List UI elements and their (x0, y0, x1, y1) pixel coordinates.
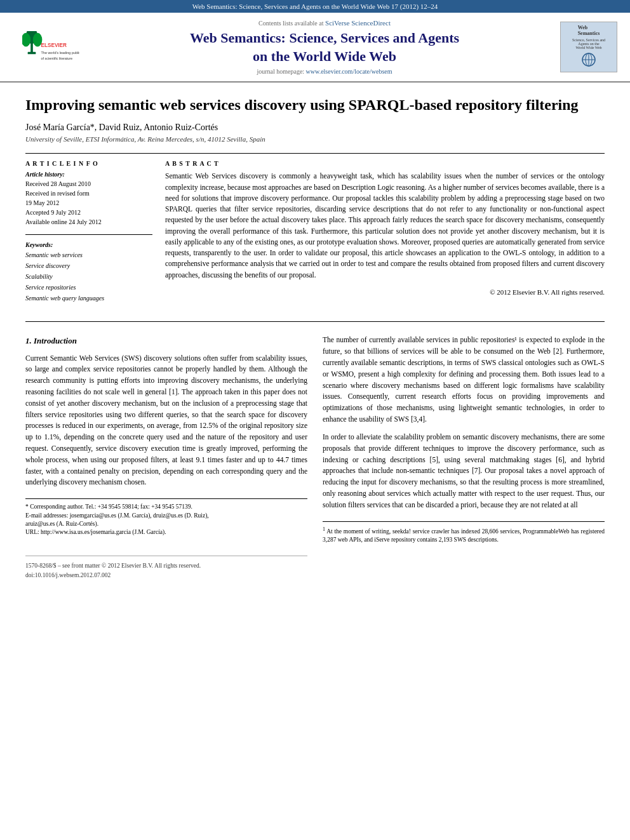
elsevier-logo: ELSEVIER The world's leading publisher o… (22, 31, 79, 63)
keywords-section: Keywords: Semantic web services Service … (25, 241, 152, 303)
keyword-1: Semantic web services (25, 250, 152, 260)
journal-top-bar: Web Semantics: Science, Services and Age… (0, 0, 630, 13)
article-info-abstract: A R T I C L E I N F O Article history: R… (25, 160, 605, 311)
received2: Received in revised form (25, 189, 152, 198)
history-label: Article history: (25, 171, 152, 178)
body-right: The number of currently available servic… (323, 335, 605, 580)
bottom-bar: 1570-8268/$ – see front matter © 2012 El… (25, 556, 307, 580)
footnote-url: URL: http://www.isa.us.es/josemaria.garc… (25, 528, 307, 537)
journal-title-line2: on the World Wide Web (253, 48, 396, 64)
paper-title: Improving semantic web services discover… (25, 95, 605, 115)
keyword-2: Service discovery (25, 260, 152, 271)
footnote-email2-text: aruiz@us.es (A. Ruiz-Cortés). (25, 521, 98, 527)
journal-title-line1: Web Semantics: Science, Services and Age… (190, 30, 459, 46)
footnote-email2: aruiz@us.es (A. Ruiz-Cortés). (25, 520, 307, 528)
svg-text:of scientific literature: of scientific literature (41, 57, 73, 60)
footnote-right-content: 1 At the moment of writing, seekda! serv… (323, 526, 605, 545)
footnote-star: * Corresponding author. Tel.: +34 9545 5… (25, 503, 307, 511)
badge-title: WebSemantics (578, 25, 600, 36)
received1: Received 28 August 2010 (25, 179, 152, 189)
journal-title: Web Semantics: Science, Services and Age… (95, 29, 554, 65)
received2-date: 19 May 2012 (25, 198, 152, 208)
footnote-star-text: * Corresponding author. Tel.: +34 9545 5… (25, 503, 192, 510)
journal-citation: Web Semantics: Science, Services and Age… (192, 3, 438, 10)
keyword-5: Semantic web query languages (25, 293, 152, 303)
intro-paragraph-right1: The number of currently available servic… (323, 335, 605, 425)
keywords-list: Semantic web services Service discovery … (25, 250, 152, 303)
intro-paragraph-right2: In order to alleviate the scalability pr… (323, 432, 605, 511)
elsevier-logo-area: ELSEVIER The world's leading publisher o… (13, 31, 89, 63)
sciverse-text: Contents lists available at (258, 20, 325, 27)
intro-paragraph-left: Current Semantic Web Services (SWS) disc… (25, 353, 307, 489)
badge-subtitle: Science, Services andAgents on theWorld … (572, 38, 605, 50)
footnote-right: 1 At the moment of writing, seekda! serv… (323, 521, 605, 545)
copyright: © 2012 Elsevier B.V. All rights reserved… (165, 288, 605, 296)
info-divider (25, 234, 152, 235)
journal-center-header: Contents lists available at SciVerse Sci… (89, 19, 560, 75)
footnote-right-text: At the moment of writing, seekda! servic… (323, 528, 605, 543)
footnote-email: E-mail addresses: josemgarcia@us.es (J.M… (25, 512, 307, 520)
journal-badge: WebSemantics Science, Services andAgents… (560, 22, 617, 72)
svg-rect-4 (28, 52, 36, 55)
doi: doi:10.1016/j.websem.2012.07.002 (25, 571, 307, 580)
sciverse-line: Contents lists available at SciVerse Sci… (95, 19, 554, 27)
badge-logo (576, 52, 601, 69)
abstract-text: Semantic Web Services discovery is commo… (165, 171, 605, 281)
keywords-label: Keywords: (25, 241, 152, 248)
abstract-section: A B S T R A C T Semantic Web Services di… (165, 160, 605, 311)
homepage-link[interactable]: www.elsevier.com/locate/websem (306, 68, 392, 75)
footnote-url-text: URL: http://www.isa.us.es/josemaria.garc… (25, 529, 166, 535)
keyword-4: Service repositories (25, 282, 152, 293)
intro-heading: 1. Introduction (25, 335, 307, 347)
affiliation: University of Seville, ETSI Informática,… (25, 135, 605, 143)
keyword-3: Scalability (25, 271, 152, 282)
title-divider (25, 153, 605, 154)
article-info-label: A R T I C L E I N F O (25, 160, 152, 167)
authors: José María García*, David Ruiz, Antonio … (25, 123, 605, 133)
footnote-number: 1 (323, 526, 325, 532)
available: Available online 24 July 2012 (25, 217, 152, 227)
accepted: Accepted 9 July 2012 (25, 208, 152, 217)
journal-header: ELSEVIER The world's leading publisher o… (0, 13, 630, 83)
sciverse-link[interactable]: SciVerse ScienceDirect (325, 19, 391, 27)
svg-text:The world's leading publisher: The world's leading publisher (41, 51, 79, 55)
body-content: 1. Introduction Current Semantic Web Ser… (25, 335, 605, 580)
homepage-text: journal homepage: (257, 68, 305, 75)
footnote-email-text: E-mail addresses: josemgarcia@us.es (J.M… (25, 512, 209, 519)
svg-text:ELSEVIER: ELSEVIER (41, 43, 67, 49)
main-content: Improving semantic web services discover… (0, 83, 630, 593)
body-left: 1. Introduction Current Semantic Web Ser… (25, 335, 307, 580)
article-info: A R T I C L E I N F O Article history: R… (25, 160, 152, 311)
issn: 1570-8268/$ – see front matter © 2012 El… (25, 561, 307, 571)
article-history: Article history: Received 28 August 2010… (25, 171, 152, 227)
footnote-left: * Corresponding author. Tel.: +34 9545 5… (25, 498, 307, 537)
journal-homepage: journal homepage: www.elsevier.com/locat… (95, 68, 554, 75)
body-divider (25, 321, 605, 322)
abstract-label: A B S T R A C T (165, 160, 605, 167)
